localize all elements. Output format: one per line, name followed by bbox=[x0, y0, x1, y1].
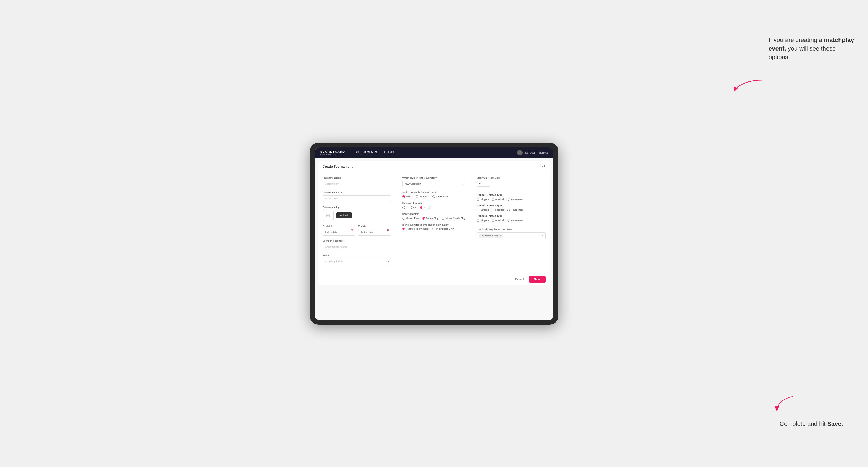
tournament-name-input[interactable] bbox=[322, 195, 391, 202]
api-chevron-icon: ▾ bbox=[542, 235, 543, 237]
search-team-input[interactable] bbox=[322, 181, 391, 187]
rounds-radio-group: 1 2 3 bbox=[402, 206, 465, 209]
round-3-radio[interactable] bbox=[420, 206, 422, 209]
annotation-right-text1: If you are creating a bbox=[769, 36, 824, 43]
round3-foursomes-radio[interactable] bbox=[507, 219, 510, 222]
stroke-play-option[interactable]: Stroke Play bbox=[402, 217, 419, 220]
individuals-only-radio[interactable] bbox=[432, 227, 435, 230]
gender-mens-radio[interactable] bbox=[402, 195, 405, 198]
max-team-size-label: Maximum Team Size bbox=[477, 177, 546, 179]
gender-womens-option[interactable]: Womens bbox=[415, 195, 429, 198]
tab-tournaments[interactable]: TOURNAMENTS bbox=[351, 150, 380, 155]
round-2-option[interactable]: 2 bbox=[411, 206, 416, 209]
back-link[interactable]: ← Back bbox=[536, 165, 546, 168]
scoring-group: Scoring system Stroke Play Match Play bbox=[402, 213, 465, 220]
form-footer: Cancel Save bbox=[318, 273, 550, 285]
date-row: Start date 📅 End date 📅 bbox=[322, 225, 391, 236]
tablet-screen: SCOREBOARD Powered by clippit TOURNAMENT… bbox=[315, 148, 553, 320]
tournament-logo-group: Tournament logo Upload bbox=[322, 206, 391, 221]
upload-button[interactable]: Upload bbox=[336, 212, 352, 218]
round3-singles-radio[interactable] bbox=[477, 219, 479, 222]
round-3-label: 3 bbox=[423, 206, 425, 209]
gender-combined-label: Combined bbox=[436, 195, 448, 198]
round2-fourball[interactable]: Fourball bbox=[492, 209, 504, 211]
tournament-logo-label: Tournament logo bbox=[322, 206, 391, 209]
round2-fourball-radio[interactable] bbox=[492, 209, 494, 211]
round1-fourball-radio[interactable] bbox=[492, 198, 494, 201]
teams-individuals-radio[interactable] bbox=[402, 227, 405, 230]
gender-mens-label: Mens bbox=[406, 195, 412, 198]
round1-singles-radio[interactable] bbox=[477, 198, 479, 201]
tab-teams[interactable]: TEAMS bbox=[381, 150, 397, 155]
sponsor-input[interactable] bbox=[322, 244, 391, 250]
gender-combined-radio[interactable] bbox=[432, 195, 435, 198]
annotation-bottom-text1: Complete and hit bbox=[780, 420, 827, 427]
division-select-wrapper: NCAA Division I ▾ bbox=[402, 181, 465, 187]
round1-fourball[interactable]: Fourball bbox=[492, 198, 504, 201]
round3-fourball[interactable]: Fourball bbox=[492, 219, 504, 222]
round2-fourball-label: Fourball bbox=[495, 209, 504, 211]
avatar bbox=[517, 150, 523, 155]
match-play-label: Match Play bbox=[426, 217, 439, 220]
round3-options: Singles Fourball Foursomes bbox=[477, 219, 546, 222]
round-1-label: 1 bbox=[406, 206, 408, 209]
match-play-option[interactable]: Match Play bbox=[422, 217, 439, 220]
nav-bar: SCOREBOARD Powered by clippit TOURNAMENT… bbox=[315, 148, 553, 158]
gender-womens-radio[interactable] bbox=[415, 195, 418, 198]
round1-singles[interactable]: Singles bbox=[477, 198, 489, 201]
round2-label: Round 2 - Match Type bbox=[477, 204, 546, 207]
round-1-option[interactable]: 1 bbox=[402, 206, 408, 209]
cancel-button[interactable]: Cancel bbox=[512, 276, 526, 282]
round3-foursomes-label: Foursomes bbox=[511, 219, 523, 222]
round1-foursomes-radio[interactable] bbox=[507, 198, 510, 201]
round1-fourball-label: Fourball bbox=[495, 198, 504, 201]
division-select[interactable]: NCAA Division I bbox=[402, 181, 465, 187]
annotation-bottom-right: Complete and hit Save. bbox=[780, 420, 851, 428]
signout-link[interactable]: Sign out bbox=[538, 151, 548, 154]
round2-options: Singles Fourball Foursomes bbox=[477, 209, 546, 211]
medal-match-play-option[interactable]: Medal Match Play bbox=[442, 217, 465, 220]
venue-group: Venue ▾ bbox=[322, 254, 391, 265]
match-play-radio[interactable] bbox=[422, 217, 425, 220]
round2-foursomes[interactable]: Foursomes bbox=[507, 209, 523, 211]
round3-fourball-radio[interactable] bbox=[492, 219, 494, 222]
round3-foursomes[interactable]: Foursomes bbox=[507, 219, 523, 222]
gender-combined-option[interactable]: Combined bbox=[432, 195, 448, 198]
round2-singles[interactable]: Singles bbox=[477, 209, 489, 211]
teams-group: Is this event for Teams and/or Individua… bbox=[402, 223, 465, 230]
annotation-right: If you are creating a matchplay event, y… bbox=[769, 36, 857, 61]
round-4-option[interactable]: 4 bbox=[428, 206, 433, 209]
round2-foursomes-radio[interactable] bbox=[507, 209, 510, 211]
round-3-option[interactable]: 3 bbox=[420, 206, 425, 209]
api-tag: Leaderboard King ✕ bbox=[479, 234, 503, 238]
round2-singles-label: Singles bbox=[480, 209, 489, 211]
api-remove-icon[interactable]: ✕ bbox=[500, 235, 501, 237]
venue-select-wrapper: ▾ bbox=[322, 258, 391, 265]
arrow-bottom-svg bbox=[774, 394, 796, 413]
round-1-radio[interactable] bbox=[402, 206, 405, 209]
stroke-play-radio[interactable] bbox=[402, 217, 405, 220]
gender-label: Which gender is the event for? bbox=[402, 191, 465, 194]
sponsor-group: Sponsor (optional) bbox=[322, 240, 391, 250]
form-body: Tournament Host Tournament name Tourname… bbox=[318, 172, 550, 273]
round1-foursomes[interactable]: Foursomes bbox=[507, 198, 523, 201]
max-team-size-input[interactable] bbox=[477, 181, 491, 187]
individuals-only-option[interactable]: Individuals Only bbox=[432, 227, 454, 230]
gender-mens-option[interactable]: Mens bbox=[402, 195, 412, 198]
calendar-icon-end: 📅 bbox=[386, 229, 390, 231]
end-date-field: End date 📅 bbox=[358, 225, 391, 236]
teams-individuals-option[interactable]: Teams (+Individuals) bbox=[402, 227, 429, 230]
api-label: Use third-party live scoring API? bbox=[477, 228, 546, 231]
venue-search-input[interactable] bbox=[322, 258, 391, 265]
round-4-radio[interactable] bbox=[428, 206, 431, 209]
nav-logo-sub: Powered by clippit bbox=[320, 153, 345, 155]
medal-match-play-radio[interactable] bbox=[442, 217, 444, 220]
round-2-radio[interactable] bbox=[411, 206, 414, 209]
round-2-label: 2 bbox=[415, 206, 416, 209]
division-group: Which division is the event for? NCAA Di… bbox=[402, 177, 465, 187]
round2-singles-radio[interactable] bbox=[477, 209, 479, 211]
round3-singles[interactable]: Singles bbox=[477, 219, 489, 222]
scoring-label: Scoring system bbox=[402, 213, 465, 215]
calendar-icon-start: 📅 bbox=[351, 229, 354, 231]
save-button[interactable]: Save bbox=[529, 276, 546, 282]
